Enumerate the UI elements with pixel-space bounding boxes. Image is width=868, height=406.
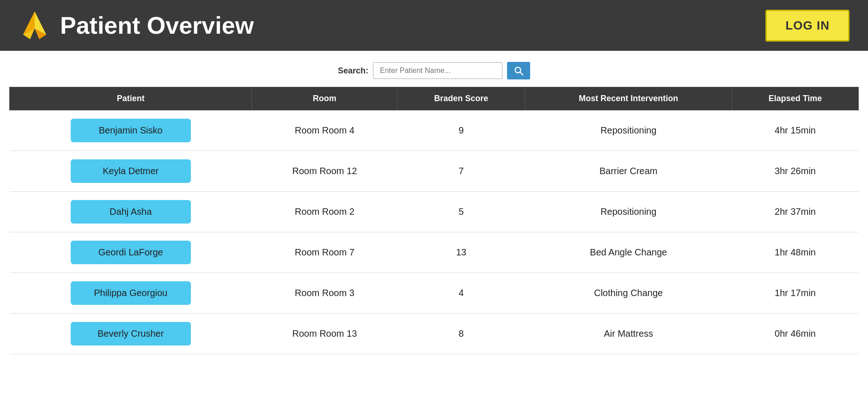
patient-cell: Dahj Asha [10,192,252,232]
room-cell: Room Room 4 [252,110,397,151]
login-button[interactable]: LOG IN [765,10,850,42]
intervention-cell: Bed Angle Change [525,232,732,273]
search-bar: Search: [0,51,868,87]
patient-name-button[interactable]: Benjamin Sisko [71,119,191,142]
table-header: Patient Room Braden Score Most Recent In… [10,87,859,110]
table-row: Dahj AshaRoom Room 25Repositioning2hr 37… [10,192,859,232]
search-icon [513,66,524,76]
table-body: Benjamin SiskoRoom Room 49Repositioning4… [10,110,859,354]
intervention-cell: Barrier Cream [525,151,732,192]
intervention-cell: Air Mattress [525,314,732,354]
search-label: Search: [338,66,368,76]
patient-table-wrapper: Patient Room Braden Score Most Recent In… [0,87,868,354]
braden-score-cell: 13 [397,232,525,273]
patient-cell: Benjamin Sisko [10,110,252,151]
table-row: Beverly CrusherRoom Room 138Air Mattress… [10,314,859,354]
elapsed-time-cell: 4hr 15min [732,110,859,151]
room-cell: Room Room 2 [252,192,397,232]
braden-score-cell: 4 [397,273,525,314]
header-left: Patient Overview [18,9,254,42]
braden-score-cell: 9 [397,110,525,151]
col-patient: Patient [10,87,252,110]
col-intervention: Most Recent Intervention [525,87,732,110]
table-row: Keyla DetmerRoom Room 127Barrier Cream3h… [10,151,859,192]
room-cell: Room Room 3 [252,273,397,314]
patient-name-button[interactable]: Philippa Georgiou [71,281,191,305]
table-row: Philippa GeorgiouRoom Room 34Clothing Ch… [10,273,859,314]
patient-name-button[interactable]: Beverly Crusher [71,322,191,345]
elapsed-time-cell: 2hr 37min [732,192,859,232]
search-button[interactable] [507,62,530,79]
intervention-cell: Repositioning [525,192,732,232]
elapsed-time-cell: 1hr 48min [732,232,859,273]
svg-line-6 [520,72,523,75]
logo-icon [18,9,51,42]
elapsed-time-cell: 0hr 46min [732,314,859,354]
col-room: Room [252,87,397,110]
app-header: Patient Overview LOG IN [0,0,868,51]
room-cell: Room Room 12 [252,151,397,192]
col-braden-score: Braden Score [397,87,525,110]
patient-name-button[interactable]: Keyla Detmer [71,159,191,183]
patient-table: Patient Room Braden Score Most Recent In… [9,87,859,354]
patient-name-button[interactable]: Dahj Asha [71,200,191,224]
elapsed-time-cell: 3hr 26min [732,151,859,192]
braden-score-cell: 8 [397,314,525,354]
braden-score-cell: 5 [397,192,525,232]
patient-cell: Philippa Georgiou [10,273,252,314]
page-title: Patient Overview [60,12,254,39]
patient-name-button[interactable]: Geordi LaForge [71,241,191,264]
patient-cell: Geordi LaForge [10,232,252,273]
search-input[interactable] [373,62,502,79]
table-row: Geordi LaForgeRoom Room 713Bed Angle Cha… [10,232,859,273]
room-cell: Room Room 13 [252,314,397,354]
room-cell: Room Room 7 [252,232,397,273]
table-row: Benjamin SiskoRoom Room 49Repositioning4… [10,110,859,151]
patient-cell: Keyla Detmer [10,151,252,192]
elapsed-time-cell: 1hr 17min [732,273,859,314]
patient-cell: Beverly Crusher [10,314,252,354]
col-elapsed-time: Elapsed Time [732,87,859,110]
intervention-cell: Repositioning [525,110,732,151]
braden-score-cell: 7 [397,151,525,192]
intervention-cell: Clothing Change [525,273,732,314]
